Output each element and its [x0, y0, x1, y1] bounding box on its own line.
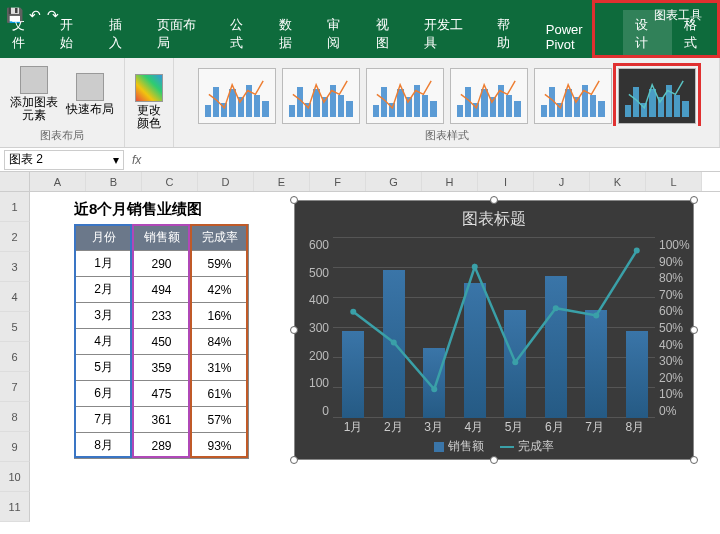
table-row[interactable]: 4月45084% — [75, 329, 249, 355]
tab-powerpivot[interactable]: Power Pivot — [534, 16, 623, 58]
row-header[interactable]: 4 — [0, 282, 30, 312]
table-header[interactable]: 销售额 — [133, 225, 191, 251]
add-element-icon — [20, 66, 48, 94]
legend-item-bar: 销售额 — [434, 438, 484, 455]
legend-line-icon — [500, 446, 514, 448]
svg-point-2 — [431, 386, 437, 392]
column-header[interactable]: I — [478, 172, 534, 191]
chart-styles-gallery[interactable] — [192, 62, 702, 126]
chart-style-thumb[interactable] — [618, 68, 696, 124]
column-header[interactable]: K — [590, 172, 646, 191]
legend-item-line: 完成率 — [500, 438, 554, 455]
table-row[interactable]: 8月28993% — [75, 433, 249, 459]
table-row[interactable]: 1月29059% — [75, 251, 249, 277]
select-all-corner[interactable] — [0, 172, 30, 191]
chart-style-thumb[interactable] — [282, 68, 360, 124]
table-row[interactable]: 7月36157% — [75, 407, 249, 433]
quick-layout-icon — [76, 73, 104, 101]
chart-style-thumb[interactable] — [534, 68, 612, 124]
resize-handle[interactable] — [490, 196, 498, 204]
column-header[interactable]: D — [198, 172, 254, 191]
column-header[interactable]: H — [422, 172, 478, 191]
table-row[interactable]: 2月49442% — [75, 277, 249, 303]
fx-icon[interactable]: fx — [132, 153, 141, 167]
tab-formulas[interactable]: 公式 — [218, 10, 266, 58]
resize-handle[interactable] — [490, 456, 498, 464]
table-header[interactable]: 月份 — [75, 225, 133, 251]
row-header[interactable]: 8 — [0, 402, 30, 432]
svg-point-5 — [553, 305, 559, 311]
quick-layout-button[interactable]: 快速布局 — [64, 71, 116, 118]
tab-pagelayout[interactable]: 页面布局 — [145, 10, 218, 58]
row-header[interactable]: 2 — [0, 222, 30, 252]
row-header[interactable]: 6 — [0, 342, 30, 372]
chevron-down-icon[interactable]: ▾ — [113, 153, 119, 167]
resize-handle[interactable] — [290, 196, 298, 204]
column-header[interactable]: C — [142, 172, 198, 191]
resize-handle[interactable] — [290, 456, 298, 464]
svg-point-0 — [350, 309, 356, 315]
tab-insert[interactable]: 插入 — [97, 10, 145, 58]
column-headers: ABCDEFGHIJKL — [0, 172, 720, 192]
row-header[interactable]: 9 — [0, 432, 30, 462]
column-header[interactable]: F — [310, 172, 366, 191]
tab-format[interactable]: 格式 — [672, 10, 720, 58]
row-header[interactable]: 7 — [0, 372, 30, 402]
group-chart-layout: 添加图表 元素 快速布局 图表布局 — [0, 58, 125, 147]
tab-file[interactable]: 文件 — [0, 10, 48, 58]
row-headers: 1234567891011 — [0, 192, 30, 522]
column-header[interactable]: A — [30, 172, 86, 191]
tab-developer[interactable]: 开发工具 — [412, 10, 485, 58]
tab-design[interactable]: 设计 — [623, 10, 671, 58]
column-header[interactable]: G — [366, 172, 422, 191]
column-header[interactable]: L — [646, 172, 702, 191]
name-box[interactable]: 图表 2▾ — [4, 150, 124, 170]
row-header[interactable]: 1 — [0, 192, 30, 222]
ribbon-tabs: 文件 开始 插入 页面布局 公式 数据 审阅 视图 开发工具 帮助 Power … — [0, 30, 720, 58]
table-row[interactable]: 3月23316% — [75, 303, 249, 329]
y-axis-left: 6005004003002001000 — [299, 238, 329, 418]
resize-handle[interactable] — [690, 456, 698, 464]
data-table[interactable]: 月份销售额完成率1月29059%2月49442%3月23316%4月45084%… — [74, 224, 249, 459]
table-row[interactable]: 6月47561% — [75, 381, 249, 407]
embedded-chart[interactable]: 图表标题 6005004003002001000 100%90%80%70%60… — [294, 200, 694, 460]
resize-handle[interactable] — [690, 196, 698, 204]
sheet-content: 近8个月销售业绩图 月份销售额完成率1月29059%2月49442%3月2331… — [30, 192, 720, 534]
add-chart-element-button[interactable]: 添加图表 元素 — [8, 64, 60, 124]
tab-home[interactable]: 开始 — [48, 10, 96, 58]
y-axis-right: 100%90%80%70%60%50%40%30%20%10%0% — [659, 238, 693, 418]
row-header[interactable]: 5 — [0, 312, 30, 342]
spreadsheet-grid: ABCDEFGHIJKL 1234567891011 近8个月销售业绩图 月份销… — [0, 172, 720, 534]
tab-data[interactable]: 数据 — [267, 10, 315, 58]
chart-style-thumb[interactable] — [198, 68, 276, 124]
resize-handle[interactable] — [290, 326, 298, 334]
group-colors: 更改 颜色 — [125, 58, 174, 147]
svg-point-7 — [634, 248, 640, 254]
group-label: 图表样式 — [425, 126, 469, 143]
column-header[interactable]: J — [534, 172, 590, 191]
sheet-title[interactable]: 近8个月销售业绩图 — [74, 200, 202, 219]
row-header[interactable]: 11 — [0, 492, 30, 522]
tab-review[interactable]: 审阅 — [315, 10, 363, 58]
plot-area[interactable]: 6005004003002001000 100%90%80%70%60%50%4… — [333, 238, 655, 418]
tab-help[interactable]: 帮助 — [485, 10, 533, 58]
chart-style-thumb[interactable] — [366, 68, 444, 124]
column-header[interactable]: B — [86, 172, 142, 191]
chart-line-series[interactable] — [333, 238, 657, 418]
svg-point-1 — [391, 339, 397, 345]
chart-style-thumb[interactable] — [450, 68, 528, 124]
row-header[interactable]: 10 — [0, 462, 30, 492]
group-label: 图表布局 — [40, 126, 84, 143]
chart-legend[interactable]: 销售额 完成率 — [295, 438, 693, 455]
svg-point-4 — [512, 359, 518, 365]
column-header[interactable]: E — [254, 172, 310, 191]
row-header[interactable]: 3 — [0, 252, 30, 282]
tab-view[interactable]: 视图 — [364, 10, 412, 58]
table-header[interactable]: 完成率 — [191, 225, 249, 251]
table-row[interactable]: 5月35931% — [75, 355, 249, 381]
chart-title[interactable]: 图表标题 — [295, 201, 693, 238]
colors-icon — [135, 74, 163, 102]
svg-point-3 — [472, 264, 478, 270]
svg-point-6 — [593, 312, 599, 318]
change-colors-button[interactable]: 更改 颜色 — [133, 72, 165, 132]
